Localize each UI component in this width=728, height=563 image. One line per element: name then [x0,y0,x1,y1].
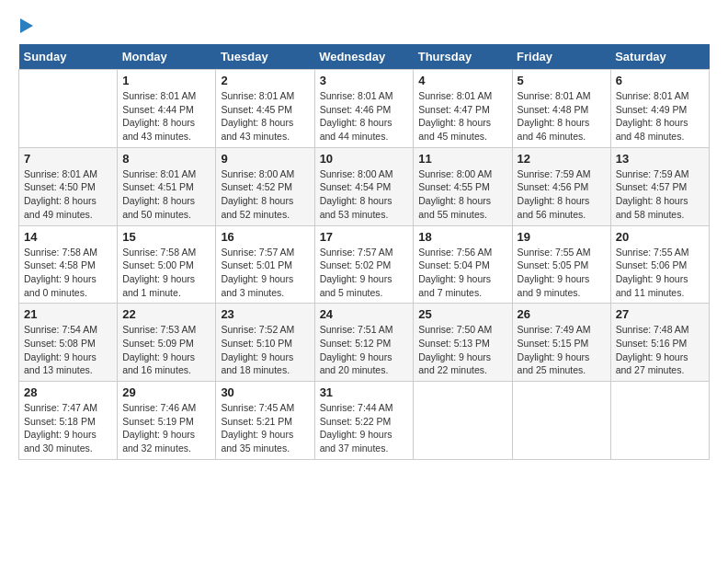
day-number: 13 [616,152,704,166]
day-info: Sunrise: 8:00 AMSunset: 4:55 PMDaylight:… [418,167,506,222]
calendar-cell: 25Sunrise: 7:50 AMSunset: 5:13 PMDayligh… [414,304,512,382]
day-number: 28 [24,385,112,399]
weekday-header-friday: Friday [512,44,610,70]
day-info: Sunrise: 8:01 AMSunset: 4:46 PMDaylight:… [320,89,409,144]
calendar-cell: 20Sunrise: 7:55 AMSunset: 5:06 PMDayligh… [610,225,709,304]
day-info: Sunrise: 8:01 AMSunset: 4:51 PMDaylight:… [122,167,210,222]
weekday-header-monday: Monday [118,44,216,70]
day-number: 8 [122,152,210,166]
calendar-cell: 21Sunrise: 7:54 AMSunset: 5:08 PMDayligh… [19,304,118,382]
day-info: Sunrise: 8:01 AMSunset: 4:45 PMDaylight:… [221,89,309,144]
day-info: Sunrise: 8:00 AMSunset: 4:54 PMDaylight:… [320,167,409,222]
weekday-header-tuesday: Tuesday [216,44,314,70]
day-number: 18 [418,230,506,244]
calendar-cell: 19Sunrise: 7:55 AMSunset: 5:05 PMDayligh… [512,225,610,304]
calendar-cell: 2Sunrise: 8:01 AMSunset: 4:45 PMDaylight… [216,70,314,148]
calendar-cell: 23Sunrise: 7:52 AMSunset: 5:10 PMDayligh… [216,304,314,382]
day-info: Sunrise: 8:01 AMSunset: 4:48 PMDaylight:… [518,89,606,144]
day-info: Sunrise: 8:01 AMSunset: 4:44 PMDaylight:… [122,89,210,144]
calendar-cell: 8Sunrise: 8:01 AMSunset: 4:51 PMDaylight… [118,147,216,225]
day-number: 2 [221,74,309,87]
day-number: 19 [518,230,606,244]
calendar-cell: 27Sunrise: 7:48 AMSunset: 5:16 PMDayligh… [610,304,709,382]
day-info: Sunrise: 7:57 AMSunset: 5:02 PMDaylight:… [320,246,409,300]
calendar-week-row: 7Sunrise: 8:01 AMSunset: 4:50 PMDaylight… [19,147,710,225]
day-info: Sunrise: 7:47 AMSunset: 5:18 PMDaylight:… [24,401,112,455]
day-info: Sunrise: 8:00 AMSunset: 4:52 PMDaylight:… [221,167,309,222]
day-number: 29 [122,385,210,399]
day-number: 15 [122,230,210,244]
calendar-cell: 17Sunrise: 7:57 AMSunset: 5:02 PMDayligh… [314,225,414,304]
day-number: 24 [320,307,409,321]
day-number: 3 [320,74,409,87]
day-number: 7 [24,152,112,166]
day-number: 27 [616,307,704,321]
calendar-cell: 7Sunrise: 8:01 AMSunset: 4:50 PMDaylight… [19,147,118,225]
day-info: Sunrise: 7:55 AMSunset: 5:05 PMDaylight:… [518,246,606,300]
calendar-cell: 3Sunrise: 8:01 AMSunset: 4:46 PMDaylight… [314,70,414,148]
calendar-cell: 4Sunrise: 8:01 AMSunset: 4:47 PMDaylight… [414,70,512,148]
day-number: 20 [616,230,704,244]
day-number: 12 [518,152,606,166]
calendar-table: SundayMondayTuesdayWednesdayThursdayFrid… [18,44,710,460]
weekday-header-sunday: Sunday [19,44,118,70]
day-info: Sunrise: 7:46 AMSunset: 5:19 PMDaylight:… [122,401,210,455]
calendar-cell: 11Sunrise: 8:00 AMSunset: 4:55 PMDayligh… [414,147,512,225]
day-info: Sunrise: 7:55 AMSunset: 5:06 PMDaylight:… [616,246,704,300]
day-number: 11 [418,152,506,166]
day-info: Sunrise: 8:01 AMSunset: 4:49 PMDaylight:… [616,89,704,144]
logo [18,18,33,33]
day-number: 5 [518,74,606,87]
calendar-cell: 15Sunrise: 7:58 AMSunset: 5:00 PMDayligh… [118,225,216,304]
calendar-cell: 1Sunrise: 8:01 AMSunset: 4:44 PMDaylight… [118,70,216,148]
calendar-week-row: 1Sunrise: 8:01 AMSunset: 4:44 PMDaylight… [19,70,710,148]
day-number: 25 [418,307,506,321]
day-info: Sunrise: 7:56 AMSunset: 5:04 PMDaylight:… [418,246,506,300]
day-number: 21 [24,307,112,321]
calendar-cell: 30Sunrise: 7:45 AMSunset: 5:21 PMDayligh… [216,382,314,460]
day-number: 22 [122,307,210,321]
day-number: 17 [320,230,409,244]
day-number: 4 [418,74,506,87]
calendar-cell: 29Sunrise: 7:46 AMSunset: 5:19 PMDayligh… [118,382,216,460]
day-info: Sunrise: 7:57 AMSunset: 5:01 PMDaylight:… [221,246,309,300]
calendar-cell: 28Sunrise: 7:47 AMSunset: 5:18 PMDayligh… [19,382,118,460]
calendar-cell [610,382,709,460]
day-info: Sunrise: 7:59 AMSunset: 4:56 PMDaylight:… [518,167,606,222]
day-number: 6 [616,74,704,87]
calendar-cell: 10Sunrise: 8:00 AMSunset: 4:54 PMDayligh… [314,147,414,225]
day-info: Sunrise: 8:01 AMSunset: 4:47 PMDaylight:… [418,89,506,144]
calendar-week-row: 14Sunrise: 7:58 AMSunset: 4:58 PMDayligh… [19,225,710,304]
calendar-cell: 16Sunrise: 7:57 AMSunset: 5:01 PMDayligh… [216,225,314,304]
calendar-cell [19,70,118,148]
day-number: 9 [221,152,309,166]
day-info: Sunrise: 7:59 AMSunset: 4:57 PMDaylight:… [616,167,704,222]
day-number: 10 [320,152,409,166]
day-info: Sunrise: 7:44 AMSunset: 5:22 PMDaylight:… [320,401,409,455]
calendar-cell: 6Sunrise: 8:01 AMSunset: 4:49 PMDaylight… [610,70,709,148]
day-number: 23 [221,307,309,321]
calendar-cell: 12Sunrise: 7:59 AMSunset: 4:56 PMDayligh… [512,147,610,225]
calendar-cell [414,382,512,460]
day-number: 30 [221,385,309,399]
calendar-cell: 26Sunrise: 7:49 AMSunset: 5:15 PMDayligh… [512,304,610,382]
weekday-header-wednesday: Wednesday [314,44,414,70]
calendar-cell: 14Sunrise: 7:58 AMSunset: 4:58 PMDayligh… [19,225,118,304]
logo-arrow-icon [20,18,33,33]
calendar-cell: 31Sunrise: 7:44 AMSunset: 5:22 PMDayligh… [314,382,414,460]
day-info: Sunrise: 7:48 AMSunset: 5:16 PMDaylight:… [616,323,704,377]
day-number: 14 [24,230,112,244]
day-info: Sunrise: 7:51 AMSunset: 5:12 PMDaylight:… [320,323,409,377]
day-info: Sunrise: 7:45 AMSunset: 5:21 PMDaylight:… [221,401,309,455]
calendar-week-row: 21Sunrise: 7:54 AMSunset: 5:08 PMDayligh… [19,304,710,382]
calendar-cell: 13Sunrise: 7:59 AMSunset: 4:57 PMDayligh… [610,147,709,225]
day-info: Sunrise: 7:49 AMSunset: 5:15 PMDaylight:… [518,323,606,377]
calendar-cell: 5Sunrise: 8:01 AMSunset: 4:48 PMDaylight… [512,70,610,148]
calendar-cell: 24Sunrise: 7:51 AMSunset: 5:12 PMDayligh… [314,304,414,382]
day-number: 1 [122,74,210,87]
weekday-header-row: SundayMondayTuesdayWednesdayThursdayFrid… [19,44,710,70]
calendar-cell: 18Sunrise: 7:56 AMSunset: 5:04 PMDayligh… [414,225,512,304]
page-header [18,18,710,33]
calendar-cell: 9Sunrise: 8:00 AMSunset: 4:52 PMDaylight… [216,147,314,225]
calendar-cell [512,382,610,460]
